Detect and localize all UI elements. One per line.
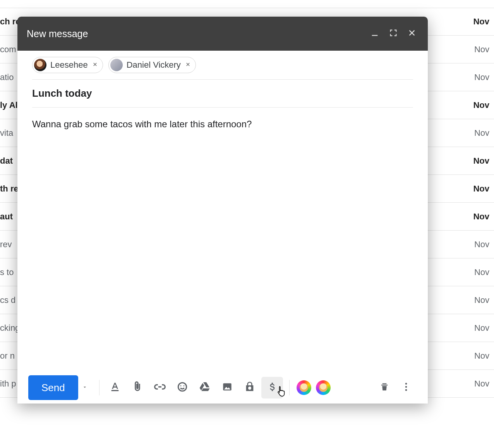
compose-window: New message Leesehee: [17, 17, 428, 404]
send-money-icon: [266, 381, 278, 395]
more-options-button[interactable]: [395, 377, 417, 398]
fullscreen-button[interactable]: [387, 27, 400, 40]
message-body-area: [32, 108, 413, 372]
remove-recipient-button[interactable]: [92, 62, 99, 68]
avatar: [34, 59, 46, 71]
email-subject: ly Al: [0, 100, 18, 110]
caret-down-icon: [82, 384, 87, 391]
format-text-icon: [109, 381, 121, 395]
email-subject: th re: [0, 184, 19, 194]
recipient-name: Daniel Vickery: [127, 60, 181, 70]
svg-point-8: [405, 386, 407, 388]
email-subject: dat: [0, 156, 13, 166]
email-subject: cs d: [0, 295, 15, 305]
email-subject: aut: [0, 212, 13, 222]
subject-row: [32, 80, 413, 108]
svg-point-7: [405, 383, 407, 385]
close-button[interactable]: [405, 27, 419, 40]
recipient-chip[interactable]: Leesehee: [32, 57, 103, 73]
svg-point-9: [405, 389, 407, 391]
attach-file-button[interactable]: [127, 377, 148, 398]
email-date: Nov: [474, 239, 489, 250]
divider: [289, 380, 290, 395]
insert-emoji-button[interactable]: [172, 377, 193, 398]
email-subject: ith p: [0, 379, 16, 389]
message-body-input[interactable]: [32, 118, 413, 362]
svg-point-2: [178, 383, 186, 391]
subject-input[interactable]: [32, 87, 413, 99]
email-date: Nov: [474, 44, 489, 55]
send-button[interactable]: Send: [28, 375, 78, 400]
compose-header[interactable]: New message: [17, 17, 428, 51]
email-date: Nov: [474, 323, 489, 333]
extension-icon: [297, 380, 311, 395]
email-subject: cking: [0, 323, 20, 333]
drive-icon: [199, 381, 211, 395]
attach-file-icon: [131, 381, 144, 395]
email-date: Nov: [474, 351, 489, 361]
insert-photo-button[interactable]: [216, 377, 238, 398]
close-icon: [185, 62, 190, 68]
compose-title: New message: [27, 28, 88, 39]
recipient-name: Leesehee: [50, 60, 88, 70]
insert-image-icon: [221, 381, 233, 395]
formatting-options-button[interactable]: [104, 377, 126, 398]
recipient-chip[interactable]: Daniel Vickery: [108, 57, 196, 73]
email-date: Nov: [474, 267, 489, 277]
insert-link-icon: [154, 381, 166, 395]
minimize-icon: [370, 29, 379, 39]
svg-point-3: [180, 385, 181, 386]
compose-toolbar: Send: [17, 372, 428, 404]
email-date: Nov: [474, 379, 489, 389]
emoji-icon: [176, 381, 189, 395]
send-options-button[interactable]: [78, 375, 91, 400]
divider: [99, 380, 99, 395]
close-icon: [408, 29, 416, 39]
fullscreen-icon: [389, 29, 398, 39]
insert-link-button[interactable]: [149, 377, 171, 398]
more-options-icon: [401, 381, 412, 394]
email-subject: com: [0, 44, 16, 55]
confidential-mode-button[interactable]: [239, 377, 261, 398]
svg-rect-1: [111, 390, 118, 391]
email-date: Nov: [473, 100, 489, 110]
email-date: Nov: [474, 295, 489, 305]
minimize-button[interactable]: [368, 27, 381, 40]
svg-rect-0: [372, 35, 378, 36]
recipients-field[interactable]: Leesehee Daniel Vickery: [32, 51, 413, 80]
remove-recipient-button[interactable]: [185, 62, 192, 68]
email-subject: or n: [0, 351, 15, 361]
email-subject: rev: [0, 239, 12, 250]
email-subject: vita: [0, 128, 13, 138]
svg-point-4: [183, 385, 184, 386]
extension-button[interactable]: [314, 377, 333, 398]
extension-button[interactable]: [294, 377, 314, 398]
email-date: Nov: [473, 184, 489, 194]
email-date: Nov: [474, 128, 489, 138]
avatar: [110, 59, 123, 71]
email-date: Nov: [473, 156, 489, 166]
email-date: Nov: [473, 212, 489, 222]
send-money-button[interactable]: [261, 377, 283, 398]
insert-drive-file-button[interactable]: [194, 377, 216, 398]
email-date: Nov: [474, 72, 489, 82]
discard-draft-button[interactable]: [374, 377, 395, 398]
delete-draft-icon: [379, 381, 390, 394]
extension-icon: [316, 380, 331, 395]
close-icon: [93, 62, 98, 68]
email-subject: atio: [0, 72, 14, 82]
email-subject: s to: [0, 267, 14, 277]
confidential-mode-icon: [244, 381, 256, 395]
email-date: Nov: [473, 17, 489, 27]
